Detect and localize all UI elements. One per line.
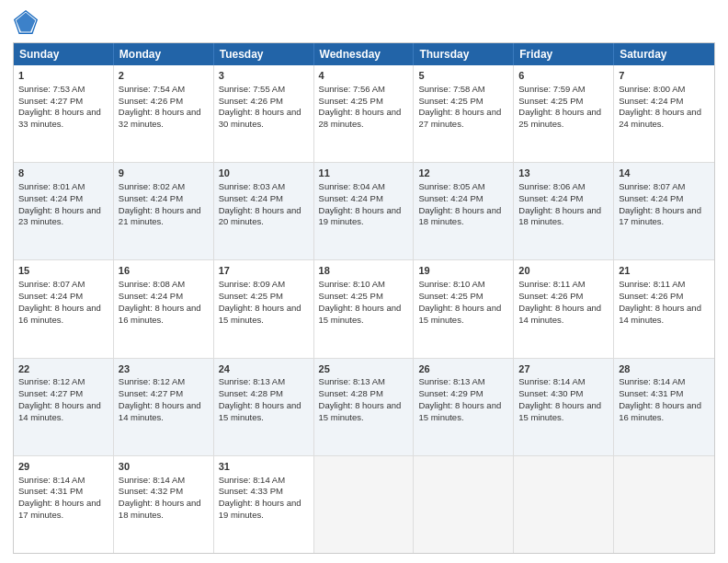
- day-cell-20: 20Sunrise: 8:11 AMSunset: 4:26 PMDayligh…: [514, 260, 614, 357]
- sunset-text: Sunset: 4:24 PM: [219, 193, 283, 203]
- sunset-text: Sunset: 4:26 PM: [119, 96, 183, 106]
- day-number: 25: [319, 362, 409, 376]
- sunset-text: Sunset: 4:30 PM: [518, 388, 583, 398]
- day-number: 21: [619, 264, 710, 278]
- sunrise-text: Sunrise: 8:10 AM: [319, 279, 385, 289]
- calendar-week-5: 29Sunrise: 8:14 AMSunset: 4:31 PMDayligh…: [14, 456, 714, 553]
- daylight-text: Daylight: 8 hours and 18 minutes.: [518, 205, 601, 227]
- day-number: 3: [219, 69, 309, 83]
- day-number: 22: [18, 362, 108, 376]
- sunrise-text: Sunrise: 8:11 AM: [518, 279, 585, 289]
- sunset-text: Sunset: 4:31 PM: [18, 486, 83, 496]
- svg-marker-0: [17, 13, 36, 32]
- logo-icon: [13, 9, 39, 35]
- sunset-text: Sunset: 4:26 PM: [619, 291, 683, 301]
- daylight-text: Daylight: 8 hours and 27 minutes.: [418, 107, 501, 129]
- day-number: 29: [18, 460, 108, 474]
- sunrise-text: Sunrise: 8:10 AM: [418, 279, 484, 289]
- sunrise-text: Sunrise: 8:13 AM: [418, 376, 484, 386]
- calendar-week-2: 8Sunrise: 8:01 AMSunset: 4:24 PMDaylight…: [14, 163, 714, 260]
- sunrise-text: Sunrise: 7:59 AM: [518, 84, 585, 94]
- sunrise-text: Sunrise: 8:01 AM: [18, 181, 85, 191]
- daylight-text: Daylight: 8 hours and 17 minutes.: [18, 498, 101, 520]
- sunset-text: Sunset: 4:25 PM: [518, 96, 583, 106]
- sunset-text: Sunset: 4:24 PM: [119, 193, 183, 203]
- sunrise-text: Sunrise: 8:06 AM: [518, 181, 585, 191]
- daylight-text: Daylight: 8 hours and 16 minutes.: [18, 303, 101, 325]
- day-cell-27: 27Sunrise: 8:14 AMSunset: 4:30 PMDayligh…: [514, 359, 614, 455]
- sunset-text: Sunset: 4:27 PM: [119, 388, 183, 398]
- daylight-text: Daylight: 8 hours and 14 minutes.: [18, 400, 101, 422]
- sunset-text: Sunset: 4:24 PM: [418, 193, 483, 203]
- day-cell-7: 7Sunrise: 8:00 AMSunset: 4:24 PMDaylight…: [614, 65, 714, 162]
- sunrise-text: Sunrise: 7:54 AM: [119, 84, 185, 94]
- day-cell-4: 4Sunrise: 7:56 AMSunset: 4:25 PMDaylight…: [314, 65, 415, 162]
- sunset-text: Sunset: 4:25 PM: [319, 96, 383, 106]
- calendar-body: 1Sunrise: 7:53 AMSunset: 4:27 PMDaylight…: [14, 65, 714, 553]
- day-number: 23: [119, 362, 209, 376]
- calendar-week-3: 15Sunrise: 8:07 AMSunset: 4:24 PMDayligh…: [14, 260, 714, 358]
- sunrise-text: Sunrise: 8:14 AM: [18, 475, 85, 485]
- daylight-text: Daylight: 8 hours and 28 minutes.: [319, 107, 402, 129]
- empty-cell: [514, 456, 614, 553]
- calendar: SundayMondayTuesdayWednesdayThursdayFrid…: [13, 42, 715, 554]
- day-number: 2: [119, 69, 209, 83]
- sunset-text: Sunset: 4:26 PM: [518, 291, 583, 301]
- day-cell-13: 13Sunrise: 8:06 AMSunset: 4:24 PMDayligh…: [514, 163, 614, 259]
- sunrise-text: Sunrise: 8:14 AM: [119, 475, 185, 485]
- day-number: 5: [418, 69, 508, 83]
- day-number: 14: [619, 167, 710, 180]
- empty-cell: [414, 456, 514, 553]
- day-number: 26: [418, 362, 508, 376]
- sunset-text: Sunset: 4:25 PM: [319, 291, 383, 301]
- empty-cell: [614, 456, 714, 553]
- page-header: [13, 9, 715, 35]
- day-number: 6: [518, 69, 609, 83]
- daylight-text: Daylight: 8 hours and 14 minutes.: [119, 400, 201, 422]
- sunrise-text: Sunrise: 7:56 AM: [319, 84, 385, 94]
- day-number: 28: [619, 362, 710, 376]
- header-day-sunday: Sunday: [14, 43, 114, 65]
- day-number: 11: [319, 167, 409, 180]
- calendar-container: SundayMondayTuesdayWednesdayThursdayFrid…: [0, 0, 728, 563]
- daylight-text: Daylight: 8 hours and 32 minutes.: [119, 107, 201, 129]
- day-cell-14: 14Sunrise: 8:07 AMSunset: 4:24 PMDayligh…: [614, 163, 714, 259]
- daylight-text: Daylight: 8 hours and 20 minutes.: [219, 205, 301, 227]
- daylight-text: Daylight: 8 hours and 33 minutes.: [18, 107, 101, 129]
- daylight-text: Daylight: 8 hours and 21 minutes.: [119, 205, 201, 227]
- day-cell-10: 10Sunrise: 8:03 AMSunset: 4:24 PMDayligh…: [214, 163, 314, 259]
- day-number: 16: [119, 264, 209, 278]
- sunrise-text: Sunrise: 8:11 AM: [619, 279, 685, 289]
- day-number: 13: [518, 167, 609, 180]
- sunrise-text: Sunrise: 8:12 AM: [18, 376, 85, 386]
- sunset-text: Sunset: 4:33 PM: [219, 486, 283, 496]
- sunset-text: Sunset: 4:24 PM: [619, 193, 683, 203]
- header-day-saturday: Saturday: [614, 43, 714, 65]
- daylight-text: Daylight: 8 hours and 18 minutes.: [418, 205, 501, 227]
- sunset-text: Sunset: 4:24 PM: [619, 96, 683, 106]
- daylight-text: Daylight: 8 hours and 19 minutes.: [219, 498, 301, 520]
- day-cell-25: 25Sunrise: 8:13 AMSunset: 4:28 PMDayligh…: [314, 359, 415, 455]
- sunrise-text: Sunrise: 8:00 AM: [619, 84, 685, 94]
- daylight-text: Daylight: 8 hours and 15 minutes.: [219, 400, 301, 422]
- sunrise-text: Sunrise: 8:03 AM: [219, 181, 285, 191]
- day-number: 8: [18, 167, 108, 180]
- daylight-text: Daylight: 8 hours and 14 minutes.: [518, 303, 601, 325]
- logo: [13, 9, 42, 35]
- day-cell-1: 1Sunrise: 7:53 AMSunset: 4:27 PMDaylight…: [14, 65, 114, 162]
- sunrise-text: Sunrise: 8:13 AM: [219, 376, 285, 386]
- sunrise-text: Sunrise: 8:05 AM: [418, 181, 484, 191]
- day-cell-11: 11Sunrise: 8:04 AMSunset: 4:24 PMDayligh…: [314, 163, 415, 259]
- day-number: 30: [119, 460, 209, 474]
- day-cell-19: 19Sunrise: 8:10 AMSunset: 4:25 PMDayligh…: [414, 260, 514, 357]
- day-number: 10: [219, 167, 309, 180]
- sunrise-text: Sunrise: 8:07 AM: [18, 279, 85, 289]
- day-cell-15: 15Sunrise: 8:07 AMSunset: 4:24 PMDayligh…: [14, 260, 114, 357]
- header-day-wednesday: Wednesday: [314, 43, 415, 65]
- sunset-text: Sunset: 4:24 PM: [518, 193, 583, 203]
- sunset-text: Sunset: 4:24 PM: [18, 193, 83, 203]
- day-cell-9: 9Sunrise: 8:02 AMSunset: 4:24 PMDaylight…: [114, 163, 214, 259]
- day-number: 31: [219, 460, 309, 474]
- day-number: 4: [319, 69, 409, 83]
- daylight-text: Daylight: 8 hours and 18 minutes.: [119, 498, 201, 520]
